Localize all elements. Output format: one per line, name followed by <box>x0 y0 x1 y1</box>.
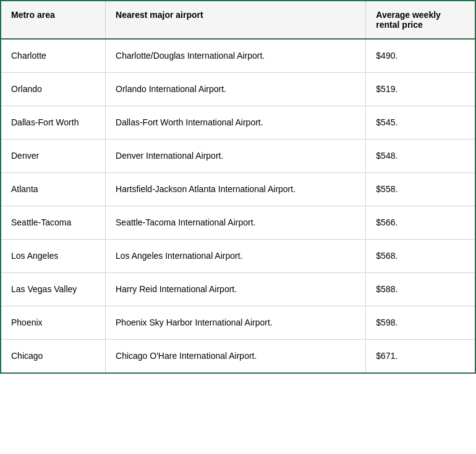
cell-price: $566. <box>366 206 475 240</box>
cell-airport: Harry Reid International Airport. <box>106 273 366 306</box>
header-airport: Nearest major airport <box>106 1 366 39</box>
table-row: Seattle-TacomaSeattle-Tacoma Internation… <box>1 206 475 240</box>
table-row: AtlantaHartsfield-Jackson Atlanta Intern… <box>1 173 475 206</box>
cell-price: $598. <box>366 306 475 340</box>
header-price: Average weekly rental price <box>366 1 475 39</box>
cell-airport: Dallas-Fort Worth International Airport. <box>106 106 366 140</box>
cell-airport: Hartsfield-Jackson Atlanta International… <box>106 173 366 206</box>
cell-airport: Chicago O'Hare International Airport. <box>106 340 366 373</box>
table-row: Los AngelesLos Angeles International Air… <box>1 240 475 273</box>
cell-airport: Orlando International Airport. <box>106 73 366 106</box>
cell-price: $548. <box>366 140 475 173</box>
cell-metro: Denver <box>1 140 106 173</box>
cell-metro: Atlanta <box>1 173 106 206</box>
table-row: Las Vegas ValleyHarry Reid International… <box>1 273 475 306</box>
table-row: CharlotteCharlotte/Douglas International… <box>1 39 475 73</box>
cell-price: $568. <box>366 240 475 273</box>
cell-metro: Los Angeles <box>1 240 106 273</box>
cell-airport: Seattle-Tacoma International Airport. <box>106 206 366 240</box>
cell-metro: Orlando <box>1 73 106 106</box>
cell-price: $490. <box>366 39 475 73</box>
cell-price: $519. <box>366 73 475 106</box>
cell-price: $671. <box>366 340 475 373</box>
cell-price: $545. <box>366 106 475 140</box>
cell-airport: Denver International Airport. <box>106 140 366 173</box>
cell-airport: Charlotte/Douglas International Airport. <box>106 39 366 73</box>
cell-airport: Phoenix Sky Harbor International Airport… <box>106 306 366 340</box>
header-metro: Metro area <box>1 1 106 39</box>
cell-metro: Seattle-Tacoma <box>1 206 106 240</box>
table-row: ChicagoChicago O'Hare International Airp… <box>1 340 475 373</box>
cell-metro: Phoenix <box>1 306 106 340</box>
cell-price: $558. <box>366 173 475 206</box>
table-header-row: Metro area Nearest major airport Average… <box>1 1 475 39</box>
table-row: DenverDenver International Airport.$548. <box>1 140 475 173</box>
cell-airport: Los Angeles International Airport. <box>106 240 366 273</box>
cell-metro: Las Vegas Valley <box>1 273 106 306</box>
table-row: PhoenixPhoenix Sky Harbor International … <box>1 306 475 340</box>
cell-metro: Chicago <box>1 340 106 373</box>
cell-price: $588. <box>366 273 475 306</box>
rental-price-table: Metro area Nearest major airport Average… <box>0 0 476 374</box>
table-row: Dallas-Fort WorthDallas-Fort Worth Inter… <box>1 106 475 140</box>
cell-metro: Charlotte <box>1 39 106 73</box>
cell-metro: Dallas-Fort Worth <box>1 106 106 140</box>
table-row: OrlandoOrlando International Airport.$51… <box>1 73 475 106</box>
